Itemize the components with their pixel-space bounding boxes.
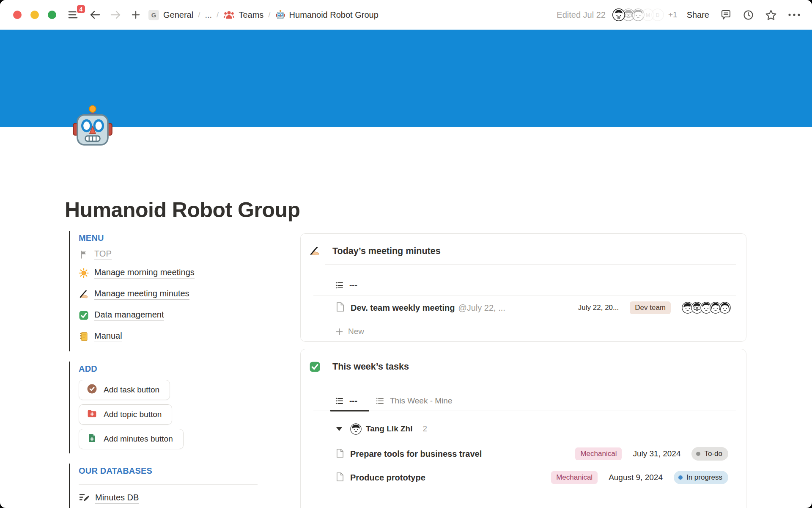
meeting-date-mention: @July 22, ...: [458, 303, 505, 313]
add-task-button[interactable]: Add task button: [79, 380, 170, 400]
svg-text:D: D: [656, 12, 660, 18]
databases-section: OUR DATABASES Minutes DB: [69, 464, 258, 508]
card-title: Today’s meeting minutes: [332, 246, 441, 257]
page-cover[interactable]: [0, 30, 812, 127]
writing-hand-icon: [309, 246, 320, 257]
task-row[interactable]: Produce prototype Mechanical August 9, 2…: [301, 467, 746, 488]
database-item-minutes-db[interactable]: Minutes DB: [79, 492, 258, 505]
avatar-woman: [719, 302, 731, 314]
add-minutes-button[interactable]: Add minutes button: [79, 429, 184, 449]
status-badge: To-do: [691, 447, 728, 461]
back-icon[interactable]: [89, 10, 101, 20]
add-topic-label: Add topic button: [104, 410, 162, 419]
breadcrumb-separator: /: [268, 10, 270, 19]
menu-item-meeting-minutes[interactable]: Manage meeting minutes: [79, 284, 258, 305]
tab-bar-divider: [313, 411, 736, 411]
menu-item-label[interactable]: Manage meeting minutes: [94, 289, 189, 300]
meeting-date: July 22, 20...: [578, 304, 619, 312]
menu-heading: MENU: [79, 233, 258, 243]
attendee-avatars: [682, 302, 731, 314]
group-name: Tang Lik Zhi: [366, 424, 412, 433]
meeting-minutes-card: Today’s meeting minutes --- Dev. team we…: [300, 233, 746, 342]
new-tab-icon[interactable]: [131, 10, 141, 20]
last-edited-label: Edited Jul 22: [557, 10, 606, 20]
divider: [313, 295, 736, 295]
collaborator-avatars: MD: [612, 8, 664, 21]
view-tab-active[interactable]: ---: [335, 396, 357, 406]
status-dot: [678, 475, 683, 480]
content-column: Today’s meeting minutes --- Dev. team we…: [300, 231, 746, 508]
view-tab[interactable]: ---: [335, 281, 357, 290]
plus-icon: [336, 328, 343, 335]
meeting-row[interactable]: Dev. team weekly meeting @July 22, ... J…: [301, 295, 746, 320]
svg-text:M: M: [646, 12, 650, 18]
comments-icon[interactable]: [720, 9, 732, 21]
breadcrumb-workspace[interactable]: General: [163, 10, 193, 20]
forward-icon[interactable]: [110, 10, 121, 20]
menu-item-label[interactable]: Manual: [94, 331, 122, 342]
menu-item-morning-meetings[interactable]: Manage morning meetings: [79, 262, 258, 284]
menu-item-manual[interactable]: Manual: [79, 326, 258, 347]
view-tab-this-week-mine[interactable]: This Week - Mine: [376, 396, 452, 406]
favorite-star-icon[interactable]: [765, 9, 777, 21]
green-file-icon: [87, 433, 97, 445]
add-section: ADD Add task button Add topic button: [69, 362, 258, 453]
red-folder-icon: [87, 408, 97, 421]
more-options-icon[interactable]: [788, 13, 801, 17]
database-item-label[interactable]: Minutes DB: [95, 493, 139, 504]
group-header-row[interactable]: Tang Lik Zhi 2: [301, 417, 746, 441]
category-badge: Mechanical: [575, 447, 622, 460]
page-file-icon: [336, 472, 344, 483]
teams-icon: [223, 10, 235, 20]
task-due-date: July 31, 2024: [633, 449, 680, 458]
avatar-mustache: [612, 8, 625, 21]
breadcrumb-ellipsis[interactable]: ...: [205, 10, 212, 20]
traffic-lights: [13, 11, 56, 19]
collapse-triangle-icon[interactable]: [336, 427, 342, 431]
view-tab-label: ---: [349, 396, 357, 406]
workspace-chip[interactable]: G: [148, 10, 159, 20]
view-tab-label: This Week - Mine: [390, 396, 452, 406]
add-topic-button[interactable]: Add topic button: [79, 404, 172, 425]
meeting-title[interactable]: Dev. team weekly meeting: [351, 303, 455, 313]
sidebar-toggle-icon[interactable]: 4: [67, 9, 80, 20]
notification-badge: 4: [76, 4, 86, 14]
page-robot-emoji-icon[interactable]: [70, 104, 115, 150]
avatar-D: D: [651, 8, 664, 21]
avatar-overflow-count: +1: [668, 10, 678, 19]
minimize-window-button[interactable]: [30, 11, 39, 19]
menu-item-label[interactable]: TOP: [94, 249, 112, 260]
menu-item-data-management[interactable]: Data management: [79, 305, 258, 326]
green-check-icon: [309, 361, 320, 372]
databases-heading: OUR DATABASES: [79, 466, 258, 476]
add-heading: ADD: [79, 364, 258, 374]
breadcrumb-separator: /: [198, 10, 200, 19]
close-window-button[interactable]: [13, 11, 22, 19]
title-bar: 4 G General / ... / Teams / Humanoid Rob…: [0, 0, 812, 30]
task-row[interactable]: Prepare tools for business travel Mechan…: [301, 443, 746, 464]
new-button-label: New: [348, 327, 364, 336]
zoom-window-button[interactable]: [48, 11, 56, 19]
menu-item-top[interactable]: TOP: [79, 246, 258, 262]
breadcrumb-teams[interactable]: Teams: [239, 10, 263, 20]
page-title[interactable]: Humanoid Robot Group: [65, 198, 300, 222]
breadcrumb-page[interactable]: Humanoid Robot Group: [289, 10, 379, 20]
new-meeting-button[interactable]: New: [301, 322, 746, 341]
view-tab-label: ---: [349, 281, 357, 290]
breadcrumb-separator: /: [217, 10, 219, 19]
task-title[interactable]: Produce prototype: [350, 473, 425, 483]
menu-item-label[interactable]: Manage morning meetings: [94, 268, 195, 279]
sun-icon: [79, 268, 89, 278]
flag-icon: [79, 249, 89, 260]
menu-item-label[interactable]: Data management: [94, 310, 164, 321]
status-dot: [696, 452, 700, 456]
status-badge: In progress: [674, 471, 728, 484]
task-due-date: August 9, 2024: [609, 473, 663, 482]
group-avatar: [350, 423, 362, 435]
divider: [79, 484, 258, 485]
share-button[interactable]: Share: [687, 10, 709, 20]
task-title[interactable]: Prepare tools for business travel: [350, 449, 482, 459]
weekly-tasks-card: This week’s tasks --- This Week - Mine: [300, 349, 746, 508]
db-pencil-icon: [79, 492, 90, 505]
history-clock-icon[interactable]: [743, 9, 754, 21]
